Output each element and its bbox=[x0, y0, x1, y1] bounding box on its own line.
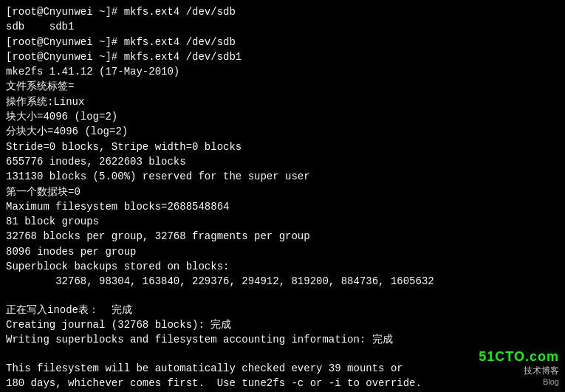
terminal-line: Superblock backups stored on blocks: bbox=[6, 259, 559, 274]
terminal-output: [root@Cnyunwei ~]# mkfs.ext4 /dev/sdbsdb… bbox=[6, 4, 559, 391]
terminal-blank-line bbox=[6, 289, 559, 303]
terminal-line: sdb sdb1 bbox=[6, 19, 559, 34]
watermark-blog: Blog bbox=[479, 377, 559, 386]
terminal-line: 180 days, whichever comes first. Use tun… bbox=[6, 376, 559, 391]
terminal-line: 分块大小=4096 (log=2) bbox=[6, 124, 559, 139]
terminal-line: 131130 blocks (5.00%) reserved for the s… bbox=[6, 169, 559, 184]
terminal-line: 文件系统标签= bbox=[6, 79, 559, 94]
terminal-line: 81 block groups bbox=[6, 214, 559, 229]
terminal-line: [root@Cnyunwei ~]# mkfs.ext4 /dev/sdb bbox=[6, 4, 559, 19]
watermark-site: 51CTO.com bbox=[479, 349, 559, 365]
terminal-line: 8096 inodes per group bbox=[6, 244, 559, 259]
terminal-line: 正在写入inode表： 完成 bbox=[6, 303, 559, 317]
terminal-line: 第一个数据块=0 bbox=[6, 185, 559, 199]
terminal-blank-line bbox=[6, 348, 559, 361]
terminal-line: [root@Cnyunwei ~]# mkfs.ext4 /dev/sdb bbox=[6, 35, 559, 49]
terminal-line: [root@Cnyunwei ~]# mkfs.ext4 /dev/sdb1 bbox=[6, 49, 559, 64]
watermark-label: 技术博客 bbox=[479, 365, 559, 377]
terminal-line: Maximum filesystem blocks=2688548864 bbox=[6, 199, 559, 214]
terminal-line: 32768 blocks per group, 32768 fragments … bbox=[6, 229, 559, 244]
terminal-line: 操作系统:Linux bbox=[6, 94, 559, 109]
watermark: 51CTO.com 技术博客 Blog bbox=[479, 349, 559, 386]
terminal-line: Stride=0 blocks, Stripe width=0 blocks bbox=[6, 140, 559, 154]
terminal-line: Writing superblocks and filesystem accou… bbox=[6, 332, 559, 347]
terminal-line: 32768, 98304, 163840, 229376, 294912, 81… bbox=[6, 274, 559, 289]
terminal-window: [root@Cnyunwei ~]# mkfs.ext4 /dev/sdbsdb… bbox=[0, 0, 565, 392]
terminal-line: Creating journal (32768 blocks): 完成 bbox=[6, 317, 559, 332]
terminal-line: 块大小=4096 (log=2) bbox=[6, 109, 559, 124]
terminal-line: 655776 inodes, 2622603 blocks bbox=[6, 154, 559, 169]
terminal-line: This filesystem will be automatically ch… bbox=[6, 361, 559, 376]
terminal-line: mke2fs 1.41.12 (17-May-2010) bbox=[6, 64, 559, 79]
